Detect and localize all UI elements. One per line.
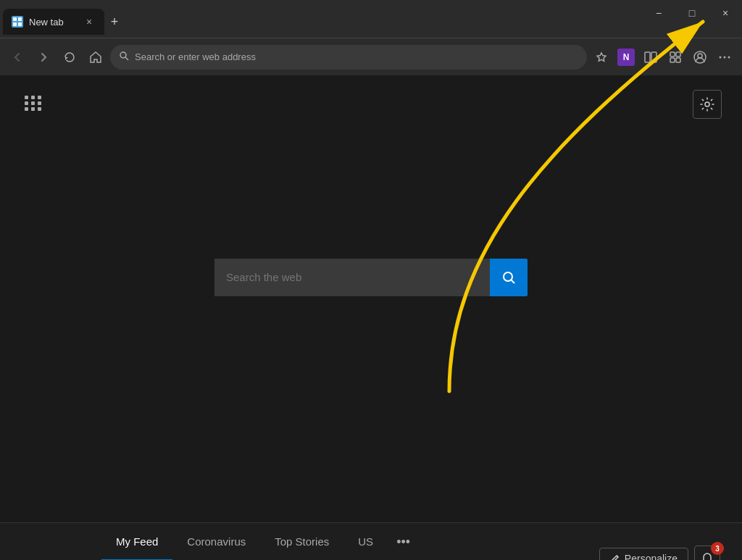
- more-button[interactable]: [713, 46, 736, 69]
- settings-button[interactable]: [693, 90, 722, 119]
- main-content: [0, 75, 742, 522]
- svg-point-18: [504, 272, 512, 281]
- feed-tabs-more-button[interactable]: •••: [388, 523, 419, 560]
- notification-badge: 3: [711, 542, 724, 555]
- svg-point-15: [724, 56, 726, 58]
- svg-rect-10: [670, 58, 675, 62]
- svg-rect-7: [651, 52, 656, 62]
- collections-button[interactable]: [664, 46, 687, 69]
- minimize-button[interactable]: −: [642, 0, 675, 26]
- notifications-button[interactable]: 3: [694, 546, 720, 560]
- pencil-icon: [610, 553, 620, 560]
- svg-point-16: [728, 56, 730, 58]
- refresh-button[interactable]: [58, 46, 81, 69]
- svg-rect-3: [18, 22, 22, 26]
- svg-point-4: [120, 52, 126, 58]
- personalize-button[interactable]: Personalize: [599, 548, 688, 560]
- forward-button[interactable]: [32, 46, 55, 69]
- close-button[interactable]: ×: [709, 0, 742, 26]
- toolbar-icons: N: [590, 46, 736, 69]
- svg-rect-11: [676, 58, 680, 62]
- svg-rect-8: [670, 52, 675, 57]
- maximize-button[interactable]: □: [675, 0, 709, 26]
- feed-tab-us[interactable]: US: [343, 523, 388, 560]
- reading-view-button[interactable]: [639, 46, 662, 69]
- search-button[interactable]: [490, 259, 528, 296]
- feed-tab-coronavirus[interactable]: Coronavirus: [172, 523, 260, 560]
- svg-point-14: [720, 56, 722, 58]
- address-bar-placeholder: Search or enter web address: [135, 51, 578, 62]
- tab-title: New tab: [29, 17, 77, 28]
- title-bar: New tab × + − □ ×: [0, 0, 742, 38]
- tab-close-button[interactable]: ×: [83, 15, 96, 28]
- back-button[interactable]: [6, 46, 29, 69]
- svg-point-13: [698, 54, 702, 58]
- tab-favicon: [12, 16, 23, 28]
- bottom-bar: My Feed Coronavirus Top Stories US ••• P…: [0, 522, 742, 560]
- nav-bar: Search or enter web address N: [0, 38, 742, 75]
- onenote-button[interactable]: N: [614, 46, 638, 69]
- onenote-icon: N: [617, 49, 635, 66]
- svg-line-19: [512, 280, 515, 283]
- favorites-icon-button[interactable]: [590, 46, 613, 69]
- svg-line-5: [125, 57, 128, 60]
- svg-rect-2: [13, 22, 17, 26]
- address-bar[interactable]: Search or enter web address: [110, 45, 587, 70]
- search-button-icon: [501, 270, 516, 285]
- svg-rect-6: [645, 52, 650, 62]
- svg-rect-0: [13, 17, 17, 21]
- window-controls: − □ ×: [642, 0, 742, 26]
- svg-rect-9: [676, 52, 680, 57]
- feed-tab-my-feed[interactable]: My Feed: [101, 523, 172, 560]
- search-input[interactable]: [214, 259, 490, 296]
- active-tab[interactable]: New tab ×: [3, 9, 104, 35]
- search-container: [214, 259, 528, 296]
- apps-grid-button[interactable]: [20, 90, 46, 116]
- profile-button[interactable]: [688, 46, 712, 69]
- svg-rect-1: [18, 17, 22, 21]
- grid-dots-icon: [25, 96, 42, 111]
- feed-actions: Personalize 3: [599, 546, 720, 560]
- bell-icon: [701, 552, 714, 560]
- feed-tab-top-stories[interactable]: Top Stories: [260, 523, 343, 560]
- new-tab-button[interactable]: +: [104, 12, 125, 32]
- search-icon: [119, 51, 129, 63]
- svg-point-17: [705, 102, 709, 106]
- home-button[interactable]: [84, 46, 107, 69]
